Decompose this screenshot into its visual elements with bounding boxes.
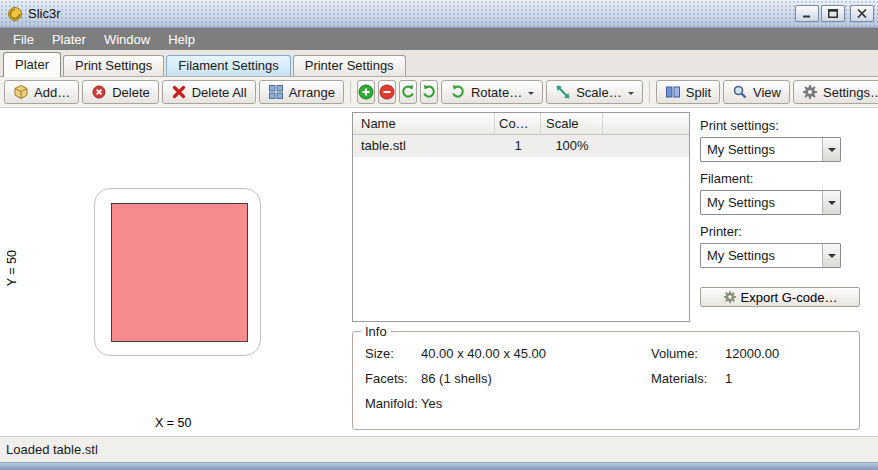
rotate-ccw-icon — [400, 84, 416, 100]
facets-value: 86 (1 shells) — [421, 371, 651, 386]
tab-plater[interactable]: Plater — [3, 52, 61, 77]
toolbar-separator — [350, 81, 351, 103]
maximize-button[interactable] — [821, 5, 845, 22]
settings-gear-icon — [802, 84, 818, 100]
x-axis-label: X = 50 — [155, 416, 192, 430]
window-title: Slic3r — [28, 6, 61, 21]
object-table-stl[interactable] — [111, 203, 248, 342]
print-settings-value: My Settings — [701, 142, 822, 157]
cell-scale: 100% — [541, 135, 603, 157]
info-box: Info Size: 40.00 x 40.00 x 45.00 Volume:… — [352, 331, 860, 430]
menu-window[interactable]: Window — [95, 30, 159, 49]
column-header-name[interactable]: Name — [353, 113, 495, 134]
menu-help[interactable]: Help — [159, 30, 204, 49]
toolbar: Add… Delete Delete All Arrange — [0, 77, 878, 108]
printer-label: Printer: — [700, 224, 860, 239]
add-button[interactable]: Add… — [4, 80, 79, 104]
object-list[interactable]: Name Co… Scale table.stl 1 100% — [352, 112, 690, 322]
tab-printer-settings[interactable]: Printer Settings — [293, 55, 406, 76]
toolbar-separator — [649, 81, 650, 103]
facets-label: Facets: — [365, 371, 421, 386]
view-icon — [732, 84, 748, 100]
materials-value: 1 — [725, 371, 859, 386]
scale-icon — [555, 84, 571, 100]
tab-print-settings[interactable]: Print Settings — [63, 55, 164, 76]
settings-button[interactable]: Settings… — [793, 80, 878, 104]
rotate-icon — [450, 84, 466, 100]
column-header-empty — [603, 113, 689, 134]
statusbar: Loaded table.stl — [0, 436, 878, 462]
size-label: Size: — [365, 346, 421, 361]
printer-select[interactable]: My Settings — [700, 243, 841, 268]
rotate-cw-button[interactable] — [420, 80, 438, 104]
printer-value: My Settings — [701, 248, 822, 263]
close-button[interactable] — [850, 5, 874, 22]
column-header-copies[interactable]: Co… — [495, 113, 541, 134]
cell-name: table.stl — [353, 135, 495, 157]
rotate-label: Rotate… — [471, 85, 522, 100]
settings-label: Settings… — [823, 85, 878, 100]
scale-label: Scale… — [576, 85, 622, 100]
chevron-down-icon — [828, 201, 836, 209]
main-content: Y = 50 X = 50 Name Co… Scale table.stl 1 — [0, 108, 878, 436]
plater-canvas[interactable]: Y = 50 X = 50 — [0, 108, 352, 436]
delete-all-button[interactable]: Delete All — [162, 80, 256, 104]
rotate-ccw-button[interactable] — [399, 80, 417, 104]
minimize-button[interactable] — [795, 5, 819, 22]
view-button[interactable]: View — [723, 80, 790, 104]
print-settings-dropdown-button[interactable] — [822, 138, 840, 161]
increase-copies-button[interactable] — [357, 80, 375, 104]
delete-icon — [91, 84, 107, 100]
app-icon — [7, 6, 23, 22]
filament-select[interactable]: My Settings — [700, 190, 841, 215]
menu-file[interactable]: File — [4, 30, 43, 49]
menu-plater[interactable]: Plater — [43, 30, 95, 49]
cell-copies: 1 — [495, 135, 541, 157]
size-value: 40.00 x 40.00 x 45.00 — [421, 346, 651, 361]
split-label: Split — [686, 85, 711, 100]
cell-empty — [603, 135, 689, 157]
add-icon — [13, 84, 29, 100]
add-label: Add… — [34, 85, 70, 100]
menubar: File Plater Window Help — [0, 28, 878, 50]
filament-dropdown-button[interactable] — [822, 191, 840, 214]
plus-icon — [358, 84, 374, 100]
tabbar: Plater Print Settings Filament Settings … — [0, 50, 878, 77]
decrease-copies-button[interactable] — [378, 80, 396, 104]
print-settings-select[interactable]: My Settings — [700, 137, 841, 162]
side-panel: Print settings: My Settings Filament: My… — [690, 108, 878, 322]
arrange-icon — [268, 84, 284, 100]
window-bottom-frame — [0, 462, 878, 470]
column-header-scale[interactable]: Scale — [541, 113, 603, 134]
titlebar[interactable]: Slic3r — [0, 0, 878, 28]
status-text: Loaded table.stl — [6, 442, 98, 457]
minus-icon — [379, 84, 395, 100]
info-box-title: Info — [361, 324, 391, 339]
tab-filament-settings[interactable]: Filament Settings — [166, 55, 290, 76]
volume-value: 12000.00 — [725, 346, 859, 361]
print-settings-label: Print settings: — [700, 118, 860, 133]
rotate-cw-icon — [421, 84, 437, 100]
split-button[interactable]: Split — [656, 80, 720, 104]
filament-value: My Settings — [701, 195, 822, 210]
delete-all-label: Delete All — [192, 85, 247, 100]
scale-button[interactable]: Scale… — [546, 80, 643, 104]
rotate-dropdown-arrow-icon[interactable] — [528, 92, 534, 98]
delete-button[interactable]: Delete — [82, 80, 159, 104]
arrange-button[interactable]: Arrange — [259, 80, 344, 104]
arrange-label: Arrange — [289, 85, 335, 100]
delete-all-icon — [171, 84, 187, 100]
info-grid: Size: 40.00 x 40.00 x 45.00 Volume: 1200… — [353, 332, 859, 411]
table-row[interactable]: table.stl 1 100% — [353, 135, 689, 157]
scale-dropdown-arrow-icon[interactable] — [628, 92, 634, 98]
rotate-button[interactable]: Rotate… — [441, 80, 543, 104]
export-gcode-button[interactable]: Export G-code… — [700, 287, 860, 307]
window-controls — [795, 5, 874, 22]
close-icon — [857, 9, 867, 18]
top-row: Name Co… Scale table.stl 1 100% Print se… — [352, 108, 878, 322]
volume-label: Volume: — [651, 346, 725, 361]
export-gcode-label: Export G-code… — [741, 290, 838, 305]
printer-dropdown-button[interactable] — [822, 244, 840, 267]
object-list-header: Name Co… Scale — [353, 113, 689, 135]
split-icon — [665, 84, 681, 100]
